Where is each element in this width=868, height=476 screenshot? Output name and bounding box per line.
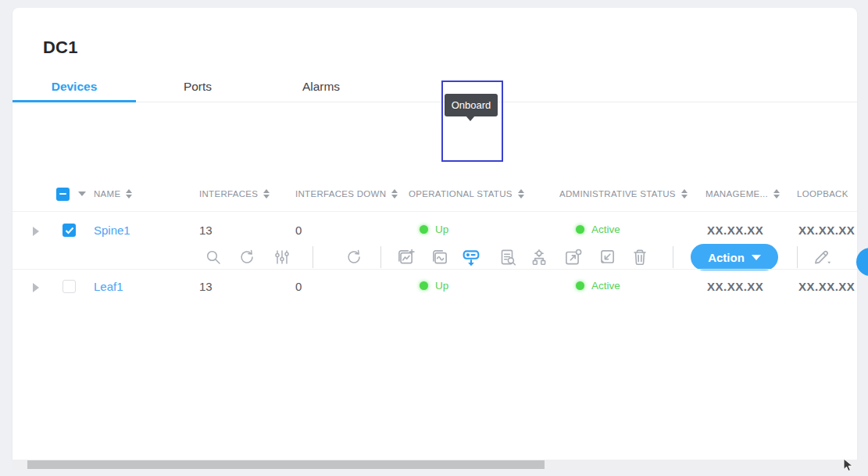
status-dot-icon bbox=[420, 225, 428, 234]
management-ip: XX.XX.XX bbox=[707, 280, 763, 293]
tab-bar: Devices Ports Alarms bbox=[13, 74, 857, 102]
operational-status-badge: Up bbox=[435, 224, 448, 235]
administrative-status-badge: Active bbox=[591, 224, 620, 235]
interfaces-down-cell: 0 bbox=[295, 280, 409, 293]
expand-row-icon[interactable] bbox=[33, 283, 39, 292]
onboard-tooltip-label: Onboard bbox=[452, 99, 491, 111]
table-row: Leaf1 13 0 Up Active XX.XX.XX XX.XX.XX bbox=[13, 269, 857, 319]
floating-side-button[interactable] bbox=[856, 248, 868, 276]
col-header-name: NAME bbox=[94, 189, 199, 199]
management-ip: XX.XX.XX bbox=[707, 224, 763, 237]
horizontal-scrollbar[interactable] bbox=[13, 460, 868, 470]
tab-devices[interactable]: Devices bbox=[13, 74, 136, 102]
interfaces-cell: 13 bbox=[199, 224, 295, 237]
operational-status-badge: Up bbox=[435, 280, 448, 292]
table-header: NAME INTERFACES INTERFACES DOWN OPERATIO… bbox=[13, 177, 857, 211]
status-dot-icon bbox=[420, 281, 428, 290]
tab-ports[interactable]: Ports bbox=[136, 74, 259, 102]
sort-icon[interactable] bbox=[681, 189, 688, 199]
loopback-ip: XX.XX.XX bbox=[798, 280, 855, 293]
horizontal-scrollbar-thumb[interactable] bbox=[27, 460, 545, 469]
col-header-management: MANAGEME... bbox=[705, 189, 797, 199]
interfaces-down-cell: 0 bbox=[295, 224, 409, 237]
sort-icon[interactable] bbox=[126, 189, 132, 199]
interfaces-cell: 13 bbox=[199, 280, 295, 293]
row-checkbox[interactable] bbox=[63, 224, 76, 237]
tab-alarms[interactable]: Alarms bbox=[259, 74, 383, 102]
sort-icon[interactable] bbox=[773, 189, 780, 199]
col-header-interfaces-down: INTERFACES DOWN bbox=[295, 189, 409, 199]
device-name-link[interactable]: Leaf1 bbox=[94, 280, 123, 293]
status-dot-icon bbox=[576, 281, 584, 290]
col-header-operational-status: OPERATIONAL STATUS bbox=[409, 189, 559, 199]
sort-icon[interactable] bbox=[518, 189, 524, 199]
page-title: DC1 bbox=[43, 38, 78, 58]
row-checkbox[interactable] bbox=[63, 280, 76, 293]
page: DC1 Devices Ports Alarms bbox=[0, 0, 868, 476]
sort-icon[interactable] bbox=[391, 189, 398, 199]
table-body: Spine1 13 0 Up Active XX.XX.XX XX.XX.XX bbox=[13, 211, 857, 319]
onboard-tooltip: Onboard bbox=[445, 94, 498, 116]
table-row: Spine1 13 0 Up Active XX.XX.XX XX.XX.XX bbox=[13, 211, 857, 269]
select-menu-caret-icon[interactable] bbox=[78, 191, 86, 196]
dc-panel: DC1 Devices Ports Alarms bbox=[13, 8, 857, 460]
expand-row-icon[interactable] bbox=[33, 227, 39, 236]
status-dot-icon bbox=[576, 225, 584, 234]
header-select-cell bbox=[56, 188, 94, 201]
col-header-interfaces: INTERFACES bbox=[199, 189, 295, 199]
toolbar: Action bbox=[13, 121, 857, 168]
administrative-status-badge: Active bbox=[591, 280, 620, 292]
loopback-ip: XX.XX.XX bbox=[798, 224, 855, 237]
col-header-loopback: LOOPBACK bbox=[797, 189, 857, 199]
device-name-link[interactable]: Spine1 bbox=[94, 224, 130, 237]
select-all-checkbox[interactable] bbox=[56, 188, 70, 201]
sort-icon[interactable] bbox=[263, 189, 270, 199]
col-header-administrative-status: ADMINISTRATIVE STATUS bbox=[559, 189, 705, 199]
